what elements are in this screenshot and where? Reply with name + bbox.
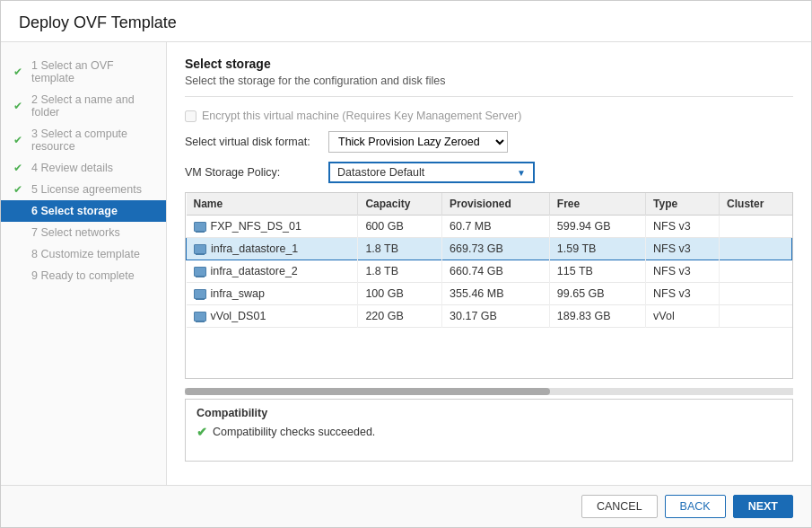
sidebar-label-7: 7 Select networks bbox=[31, 226, 153, 239]
col-provisioned: Provisioned bbox=[442, 193, 550, 216]
check-icon-1: ✔ bbox=[13, 66, 26, 78]
datastore-icon bbox=[194, 244, 206, 254]
table-row[interactable]: FXP_NFS_DS_01600 GB60.7 MB599.94 GBNFS v… bbox=[187, 216, 792, 238]
cancel-button[interactable]: CANCEL bbox=[581, 495, 658, 518]
compat-check-icon: ✔ bbox=[196, 425, 207, 439]
dialog-body: ✔ 1 Select an OVF template ✔ 2 Select a … bbox=[1, 42, 811, 485]
check-icon-4: ✔ bbox=[13, 162, 26, 174]
sidebar-item-step3[interactable]: ✔ 3 Select a compute resource bbox=[1, 123, 166, 157]
check-icon-2: ✔ bbox=[13, 100, 26, 112]
sidebar-label-1: 1 Select an OVF template bbox=[31, 59, 153, 84]
main-content: Select storage Select the storage for th… bbox=[167, 42, 811, 485]
disk-format-label: Select virtual disk format: bbox=[185, 136, 328, 148]
sidebar-item-step9[interactable]: 9 Ready to complete bbox=[1, 265, 166, 286]
disk-format-row: Select virtual disk format: Thick Provis… bbox=[185, 131, 793, 153]
disk-format-select[interactable]: Thick Provision Lazy Zeroed bbox=[328, 131, 508, 153]
next-button[interactable]: NEXT bbox=[733, 495, 793, 518]
sidebar-label-2: 2 Select a name and folder bbox=[31, 93, 153, 119]
sidebar: ✔ 1 Select an OVF template ✔ 2 Select a … bbox=[1, 42, 167, 485]
sidebar-label-3: 3 Select a compute resource bbox=[31, 128, 153, 153]
back-button[interactable]: BACK bbox=[665, 495, 726, 518]
section-title: Select storage bbox=[185, 57, 793, 71]
sidebar-item-step7[interactable]: 7 Select networks bbox=[1, 222, 166, 243]
sidebar-item-step8[interactable]: 8 Customize template bbox=[1, 243, 166, 265]
storage-policy-row: VM Storage Policy: Datastore Default ▼ bbox=[185, 162, 793, 183]
dialog-title: Deploy OVF Template bbox=[1, 1, 811, 42]
table-row[interactable]: infra_swap100 GB355.46 MB99.65 GBNFS v3 bbox=[187, 283, 792, 305]
compatibility-message: Compatibility checks succeeded. bbox=[213, 426, 375, 438]
col-free: Free bbox=[549, 193, 645, 216]
datastore-icon bbox=[194, 222, 206, 232]
table-row[interactable]: infra_datastore_21.8 TB660.74 GB115 TBNF… bbox=[187, 260, 792, 283]
sidebar-label-4: 4 Review details bbox=[31, 162, 153, 174]
compatibility-title: Compatibility bbox=[196, 407, 781, 419]
sidebar-label-6: 6 Select storage bbox=[31, 205, 153, 217]
sidebar-item-step1[interactable]: ✔ 1 Select an OVF template bbox=[1, 55, 166, 89]
check-icon-3: ✔ bbox=[13, 134, 26, 146]
sidebar-item-step6[interactable]: 6 Select storage bbox=[1, 200, 166, 222]
dropdown-arrow-icon: ▼ bbox=[517, 168, 526, 178]
compatibility-section: Compatibility ✔ Compatibility checks suc… bbox=[185, 399, 793, 462]
table-scrollbar[interactable] bbox=[185, 388, 793, 395]
datastore-icon bbox=[194, 312, 206, 321]
sidebar-label-9: 9 Ready to complete bbox=[31, 269, 153, 282]
sidebar-item-step4[interactable]: ✔ 4 Review details bbox=[1, 157, 166, 179]
deploy-ovf-dialog: Deploy OVF Template ✔ 1 Select an OVF te… bbox=[0, 0, 812, 528]
storage-policy-value: Datastore Default bbox=[337, 166, 424, 179]
datastore-icon bbox=[194, 289, 206, 299]
col-capacity: Capacity bbox=[358, 193, 442, 216]
table-row[interactable]: infra_datastore_11.8 TB669.73 GB1.59 TBN… bbox=[187, 238, 792, 260]
encrypt-row: Encrypt this virtual machine (Requires K… bbox=[185, 110, 793, 122]
storage-policy-dropdown[interactable]: Datastore Default ▼ bbox=[328, 162, 535, 183]
storage-table-wrapper[interactable]: Name Capacity Provisioned Free Type Clus… bbox=[185, 192, 793, 379]
check-icon-5: ✔ bbox=[13, 183, 26, 196]
scrollbar-thumb bbox=[185, 388, 550, 395]
table-row[interactable]: vVol_DS01220 GB30.17 GB189.83 GBvVol bbox=[187, 305, 792, 328]
storage-policy-label: VM Storage Policy: bbox=[185, 166, 328, 179]
col-name: Name bbox=[187, 193, 358, 216]
storage-table: Name Capacity Provisioned Free Type Clus… bbox=[186, 193, 792, 328]
encrypt-checkbox[interactable] bbox=[185, 110, 196, 122]
sidebar-item-step2[interactable]: ✔ 2 Select a name and folder bbox=[1, 89, 166, 123]
col-type: Type bbox=[646, 193, 720, 216]
section-subtitle: Select the storage for the configuration… bbox=[185, 75, 793, 97]
sidebar-item-step5[interactable]: ✔ 5 License agreements bbox=[1, 179, 166, 200]
col-cluster: Cluster bbox=[720, 193, 792, 216]
sidebar-label-8: 8 Customize template bbox=[31, 248, 153, 260]
compatibility-message-row: ✔ Compatibility checks succeeded. bbox=[196, 425, 781, 439]
sidebar-label-5: 5 License agreements bbox=[31, 183, 153, 196]
encrypt-label: Encrypt this virtual machine (Requires K… bbox=[202, 110, 521, 122]
table-header-row: Name Capacity Provisioned Free Type Clus… bbox=[187, 193, 792, 216]
datastore-icon bbox=[194, 267, 206, 277]
dialog-footer: CANCEL BACK NEXT bbox=[1, 485, 811, 527]
